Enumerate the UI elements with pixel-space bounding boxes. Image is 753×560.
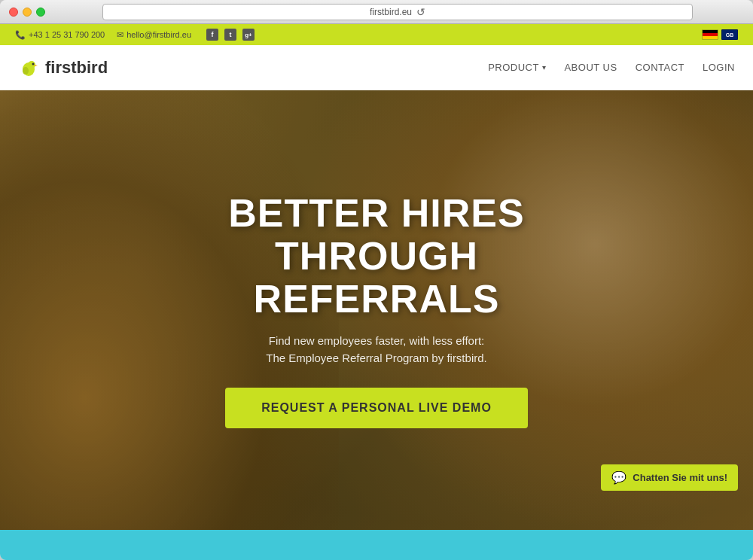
- browser-titlebar: firstbird.eu ↺: [0, 0, 753, 24]
- svg-point-1: [28, 61, 35, 68]
- maximize-button[interactable]: [36, 8, 45, 17]
- hero-title-line1: BETTER HIRES: [228, 191, 524, 235]
- chat-widget[interactable]: 💬 Chatten Sie mit uns!: [601, 464, 738, 491]
- phone-icon: 📞: [15, 30, 26, 40]
- nav-contact[interactable]: CONTACT: [636, 62, 684, 73]
- hero-title: BETTER HIRES THROUGH REFERRALS: [166, 192, 587, 321]
- minimize-button[interactable]: [23, 8, 32, 17]
- hero-subtitle: Find new employees faster, with less eff…: [166, 333, 587, 367]
- cta-demo-button[interactable]: REQUEST A PERSONAL LIVE DEMO: [225, 388, 528, 428]
- nav-login[interactable]: LOGIN: [703, 62, 735, 73]
- english-flag[interactable]: GB: [721, 29, 738, 40]
- twitter-icon[interactable]: t: [224, 29, 236, 41]
- nav-login-label: LOGIN: [703, 62, 735, 73]
- language-flags: GB: [702, 29, 738, 40]
- hero-subtitle-line2: The Employee Referral Program by firstbi…: [266, 352, 486, 364]
- chat-bubble-icon: 💬: [611, 470, 626, 485]
- browser-window: firstbird.eu ↺ 📞 +43 1 25 31 790 200 ✉ h…: [0, 0, 753, 560]
- nav-about-label: ABOUT US: [564, 62, 617, 73]
- logo-text: firstbird: [45, 58, 108, 78]
- hero-section: BETTER HIRES THROUGH REFERRALS Find new …: [0, 90, 753, 530]
- phone-number: +43 1 25 31 790 200: [29, 30, 105, 39]
- googleplus-icon[interactable]: g+: [242, 29, 255, 41]
- logo[interactable]: firstbird: [18, 57, 108, 78]
- nav-product[interactable]: PRODUCT ▾: [488, 62, 546, 73]
- email-address: hello@firstbird.eu: [127, 30, 191, 39]
- hero-title-line2: THROUGH REFERRALS: [254, 234, 500, 321]
- nav-product-label: PRODUCT: [488, 62, 539, 73]
- social-links: f t g+: [206, 29, 255, 41]
- hero-subtitle-line1: Find new employees faster, with less eff…: [269, 334, 485, 347]
- nav-contact-label: CONTACT: [636, 62, 684, 73]
- facebook-icon[interactable]: f: [206, 29, 218, 41]
- svg-point-4: [23, 67, 29, 75]
- url-bar[interactable]: firstbird.eu ↺: [102, 4, 693, 20]
- nav-links: PRODUCT ▾ ABOUT US CONTACT LOGIN: [488, 62, 735, 73]
- svg-marker-3: [35, 65, 38, 66]
- chevron-down-icon: ▾: [542, 63, 547, 72]
- refresh-icon[interactable]: ↺: [416, 6, 425, 18]
- main-nav: firstbird PRODUCT ▾ ABOUT US CONTACT LOG…: [0, 45, 753, 90]
- svg-point-2: [32, 62, 35, 65]
- traffic-lights: [9, 8, 45, 17]
- bottom-bar: [0, 530, 753, 560]
- chat-label: Chatten Sie mit uns!: [633, 472, 727, 483]
- phone-contact: 📞 +43 1 25 31 790 200: [15, 30, 105, 40]
- german-flag[interactable]: [702, 29, 718, 40]
- email-contact: ✉ hello@firstbird.eu: [117, 30, 191, 40]
- url-text: firstbird.eu: [370, 7, 412, 17]
- nav-about[interactable]: ABOUT US: [564, 62, 617, 73]
- close-button[interactable]: [9, 8, 18, 17]
- email-icon: ✉: [117, 30, 123, 40]
- hero-content: BETTER HIRES THROUGH REFERRALS Find new …: [151, 177, 602, 444]
- top-bar: 📞 +43 1 25 31 790 200 ✉ hello@firstbird.…: [0, 24, 753, 45]
- website-content: 📞 +43 1 25 31 790 200 ✉ hello@firstbird.…: [0, 24, 753, 560]
- logo-bird-icon: [18, 57, 39, 78]
